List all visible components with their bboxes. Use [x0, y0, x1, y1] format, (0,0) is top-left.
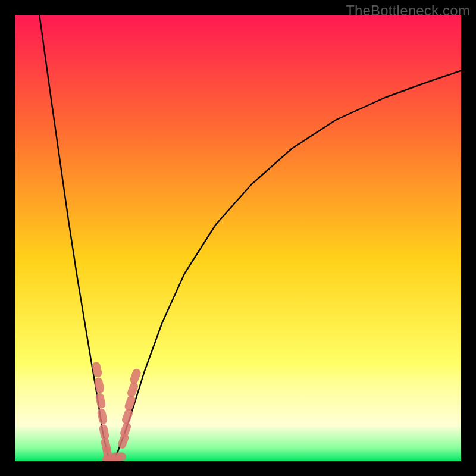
- marker-capsule: [111, 453, 126, 461]
- plot-frame: [15, 15, 461, 461]
- chart-outer-frame: TheBottleneck.com: [0, 0, 476, 476]
- bottleneck-chart: [15, 15, 461, 461]
- watermark-text: TheBottleneck.com: [346, 2, 470, 19]
- gradient-background: [15, 15, 461, 461]
